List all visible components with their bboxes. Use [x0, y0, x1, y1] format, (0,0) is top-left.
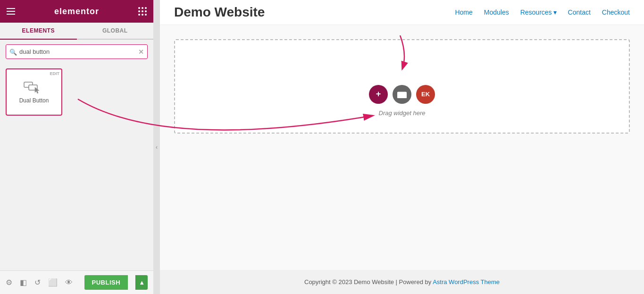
elementor-logo: elementor — [54, 7, 99, 17]
nav-modules[interactable]: Modules — [484, 8, 509, 16]
sidebar: elementor ELEMENTS GLOBAL 🔍 ✕ EDIT Dual … — [0, 0, 153, 294]
search-input[interactable] — [6, 44, 148, 59]
site-nav: Home Modules Resources ▾ Contact Checkou… — [455, 8, 630, 16]
drop-zone-buttons: + EK — [369, 85, 435, 104]
footer-link[interactable]: Astra WordPress Theme — [433, 278, 500, 286]
main-area: Demo Website Home Modules Resources ▾ Co… — [160, 0, 644, 294]
folder-icon — [397, 91, 407, 98]
footer-text: Copyright © 2023 Demo Website | Powered … — [304, 278, 433, 286]
nav-resources[interactable]: Resources ▾ — [520, 8, 557, 16]
drag-arrow — [381, 35, 419, 73]
folder-button[interactable] — [393, 85, 411, 104]
sidebar-header: elementor — [0, 0, 153, 23]
layers-icon[interactable]: ◧ — [20, 278, 27, 287]
collapse-handle[interactable]: ‹ — [153, 0, 160, 294]
grid-icon[interactable] — [138, 7, 147, 16]
sidebar-tabs: ELEMENTS GLOBAL — [0, 23, 153, 40]
nav-contact[interactable]: Contact — [568, 8, 591, 16]
clear-icon[interactable]: ✕ — [138, 48, 144, 56]
publish-button[interactable]: PUBLISH — [84, 275, 128, 290]
search-icon: 🔍 — [9, 48, 17, 55]
search-container: 🔍 ✕ — [0, 40, 153, 64]
chevron-down-icon: ▾ — [553, 8, 557, 16]
drag-widget-label: Drag widget here — [379, 109, 426, 117]
dual-button-label: Dual Button — [19, 97, 49, 104]
nav-home[interactable]: Home — [455, 8, 472, 16]
drop-zone[interactable]: Drag and drop here + — [174, 39, 630, 134]
nav-checkout[interactable]: Checkout — [602, 8, 630, 16]
dual-button-icon — [24, 80, 44, 97]
ek-button[interactable]: EK — [416, 85, 435, 104]
canvas-area: Drag and drop here + — [160, 25, 644, 270]
edit-badge: EDIT — [50, 71, 59, 76]
hamburger-icon[interactable] — [7, 8, 15, 15]
site-header: Demo Website Home Modules Resources ▾ Co… — [160, 0, 644, 25]
dual-button-card[interactable]: EDIT Dual Button — [6, 68, 62, 116]
tab-elements[interactable]: ELEMENTS — [0, 23, 77, 40]
preview-icon[interactable]: 👁 — [65, 278, 73, 287]
site-footer: Copyright © 2023 Demo Website | Powered … — [160, 270, 644, 294]
publish-arrow-button[interactable]: ▲ — [135, 275, 148, 290]
sidebar-toolbar: ⚙ ◧ ↺ ⬜ 👁 PUBLISH ▲ — [0, 270, 153, 294]
tab-global[interactable]: GLOBAL — [77, 23, 154, 39]
elements-area: EDIT Dual Button — [0, 64, 153, 270]
responsive-icon[interactable]: ⬜ — [48, 278, 58, 287]
drop-zone-inner: + EK Drag widget here — [369, 85, 435, 117]
add-widget-button[interactable]: + — [369, 85, 388, 104]
site-title: Demo Website — [174, 5, 455, 20]
settings-icon[interactable]: ⚙ — [6, 278, 12, 287]
history-icon[interactable]: ↺ — [34, 278, 41, 287]
